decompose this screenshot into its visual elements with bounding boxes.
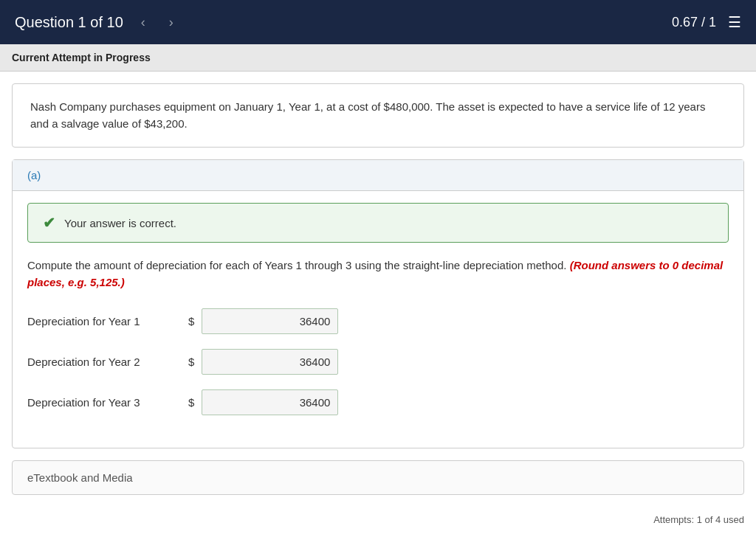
dep-input-year-2[interactable]	[202, 349, 338, 375]
depreciation-row-1: Depreciation for Year 1 $	[27, 308, 729, 334]
main-content: Current Attempt in Progress Nash Company…	[0, 44, 756, 551]
question-text: Nash Company purchases equipment on Janu…	[30, 100, 705, 130]
current-attempt-bar: Current Attempt in Progress	[0, 44, 756, 72]
menu-icon[interactable]: ☰	[728, 13, 741, 31]
correct-answer-box: ✔ Your answer is correct.	[27, 203, 729, 243]
correct-message: Your answer is correct.	[64, 217, 176, 229]
dep-input-year-1[interactable]	[202, 308, 338, 334]
question-text-box: Nash Company purchases equipment on Janu…	[12, 83, 744, 148]
part-a-body: ✔ Your answer is correct. Compute the am…	[13, 191, 743, 448]
instruction-text: Compute the amount of depreciation for e…	[27, 257, 729, 291]
dollar-sign-3: $	[188, 396, 194, 409]
current-attempt-label: Current Attempt in Progress	[12, 52, 151, 63]
dep-label-2: Depreciation for Year 2	[27, 356, 182, 368]
depreciation-row-2: Depreciation for Year 2 $	[27, 349, 729, 375]
part-a-header: (a)	[13, 160, 743, 191]
attempts-bar: Attempts: 1 of 4 used	[0, 507, 756, 533]
next-question-button[interactable]: ›	[163, 13, 179, 32]
attempts-label: Attempts: 1 of 4 used	[653, 514, 744, 525]
score-display: 0.67 / 1	[672, 15, 716, 30]
part-a-section: (a) ✔ Your answer is correct. Compute th…	[12, 159, 744, 448]
prev-question-button[interactable]: ‹	[135, 13, 151, 32]
etextbook-bar[interactable]: eTextbook and Media	[12, 460, 744, 495]
nav-right: 0.67 / 1 ☰	[672, 13, 741, 31]
nav-left: Question 1 of 10 ‹ ›	[15, 13, 179, 32]
dep-label-1: Depreciation for Year 1	[27, 315, 182, 328]
dep-input-year-3[interactable]	[202, 389, 338, 415]
question-counter: Question 1 of 10	[15, 14, 123, 31]
depreciation-row-3: Depreciation for Year 3 $	[27, 389, 729, 415]
instruction-main: Compute the amount of depreciation for e…	[27, 259, 566, 271]
dep-label-3: Depreciation for Year 3	[27, 396, 182, 409]
top-navigation-bar: Question 1 of 10 ‹ › 0.67 / 1 ☰	[0, 0, 756, 44]
part-a-label: (a)	[27, 169, 41, 181]
dollar-sign-1: $	[188, 315, 194, 328]
dollar-sign-2: $	[188, 356, 194, 368]
etextbook-label: eTextbook and Media	[27, 471, 133, 484]
check-icon: ✔	[43, 214, 55, 232]
